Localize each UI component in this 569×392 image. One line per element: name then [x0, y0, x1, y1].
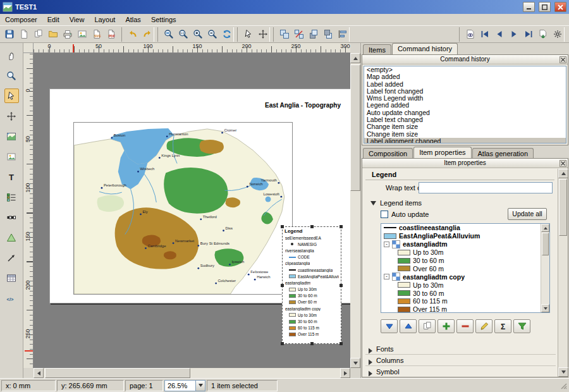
section-columns[interactable]: Columns	[365, 355, 556, 366]
add-shape-tool[interactable]	[4, 230, 19, 245]
print-button[interactable]	[60, 27, 75, 42]
selection-handle[interactable]	[310, 225, 314, 228]
legend-items-header[interactable]: Legend items	[370, 199, 422, 207]
legend-item-selected[interactable]: Legend seElementsseedEANAMESIGriverseast…	[282, 226, 341, 344]
edit-item-button[interactable]	[475, 319, 493, 333]
align-items-button[interactable]	[335, 27, 350, 42]
tab-composition[interactable]: Composition	[363, 148, 413, 158]
tree-scrollbar[interactable]	[541, 224, 549, 312]
tab-items[interactable]: Items	[363, 44, 391, 54]
minimize-button[interactable]	[523, 2, 535, 12]
selection-handle[interactable]	[281, 342, 284, 345]
ungroup-items-button[interactable]	[291, 27, 306, 42]
group-items-button[interactable]	[277, 27, 291, 42]
selection-handle[interactable]	[310, 342, 314, 345]
close-icon[interactable]	[560, 56, 566, 63]
scroll-down-button[interactable]	[350, 358, 360, 368]
scroll-down-button[interactable]	[541, 304, 549, 312]
move-item-content-button[interactable]	[255, 27, 270, 42]
menu-layout[interactable]: Layout	[89, 14, 120, 25]
composition-viewport[interactable]: East Anglia - Topography	[34, 53, 350, 368]
filter-legend-by-map-button[interactable]	[513, 319, 530, 333]
scroll-up-button[interactable]	[350, 53, 360, 63]
collapse-expander-icon[interactable]: -	[384, 242, 389, 247]
history-item[interactable]: Change item size	[364, 123, 566, 130]
zoom-in-button[interactable]	[190, 27, 205, 42]
selection-handle[interactable]	[340, 342, 343, 345]
atlas-first-feature-button[interactable]	[477, 27, 492, 42]
menu-composer[interactable]: Composer	[0, 14, 42, 25]
raise-items-button[interactable]	[306, 27, 321, 42]
scroll-thumb[interactable]	[350, 64, 360, 191]
scroll-up-button[interactable]	[558, 169, 568, 178]
legend-tree-item[interactable]: EastAngliaPeat&Alluvium	[381, 232, 549, 240]
canvas-horizontal-scrollbar[interactable]	[34, 368, 350, 378]
close-button[interactable]	[554, 2, 566, 12]
wrap-text-input[interactable]	[419, 182, 553, 193]
selection-handle[interactable]	[340, 284, 343, 287]
add-attribute-table-tool[interactable]	[4, 271, 19, 285]
map-item[interactable]: BostonHunstantonCromerKings LynnWisbechP…	[73, 122, 293, 295]
tab-item-properties[interactable]: Item properties	[413, 147, 471, 158]
legend-tree-item[interactable]: 60 to 115 m	[381, 297, 549, 305]
zoom-out-button[interactable]	[205, 27, 219, 42]
menu-settings[interactable]: Settings	[146, 14, 181, 25]
export-as-svg-button[interactable]: SVG	[89, 27, 104, 42]
redo-button[interactable]	[140, 27, 154, 42]
move-item-down-button[interactable]	[381, 319, 398, 333]
composition-manager-button[interactable]	[46, 27, 60, 42]
add-label-tool[interactable]: T	[4, 169, 19, 184]
chevron-down-icon[interactable]	[195, 381, 205, 391]
refresh-view-button[interactable]	[219, 27, 234, 42]
scroll-thumb[interactable]	[45, 368, 190, 378]
atlas-previous-feature-button[interactable]	[492, 27, 506, 42]
add-group-button[interactable]	[419, 319, 436, 333]
legend-tree-item[interactable]: -eastangliadtm copy	[381, 273, 549, 281]
auto-update-checkbox[interactable]	[381, 211, 388, 218]
add-image-tool[interactable]	[4, 149, 19, 164]
tab-command-history[interactable]: Command history	[392, 43, 458, 54]
close-icon[interactable]	[560, 160, 566, 167]
menu-view[interactable]: View	[64, 14, 90, 25]
legend-tree-item[interactable]: 30 to 60 m	[381, 257, 549, 265]
atlas-preview-button[interactable]	[463, 27, 477, 42]
tab-atlas-generation[interactable]: Atlas generation	[472, 148, 534, 158]
collapse-expander-icon[interactable]: -	[384, 274, 389, 279]
add-new-map-tool[interactable]	[4, 129, 19, 144]
resize-grip[interactable]	[560, 382, 567, 389]
zoom-tool[interactable]	[4, 68, 19, 83]
update-all-button[interactable]: Update all	[508, 208, 547, 220]
history-item[interactable]: Map added	[364, 73, 566, 80]
add-legend-tool[interactable]	[4, 190, 19, 204]
pan-tool[interactable]	[4, 48, 19, 63]
scroll-left-button[interactable]	[34, 368, 44, 378]
add-arrow-tool[interactable]	[4, 250, 19, 265]
legend-tree-item[interactable]: coastlineeastanglia	[381, 224, 549, 232]
select-move-item-tool[interactable]	[4, 89, 19, 103]
atlas-export-button[interactable]	[535, 27, 550, 42]
selection-handle[interactable]	[340, 225, 343, 228]
zoom-full-button[interactable]	[161, 27, 176, 42]
add-item-button[interactable]	[437, 319, 455, 333]
atlas-settings-button[interactable]	[550, 27, 565, 42]
selection-handle[interactable]	[281, 225, 284, 228]
lower-items-button[interactable]	[321, 27, 335, 42]
legend-tree-item[interactable]: Over 60 m	[381, 264, 549, 273]
export-as-pdf-button[interactable]: PDF	[104, 27, 118, 42]
zoom-combo[interactable]: 26.5%	[164, 380, 205, 391]
legend-tree-item[interactable]: -eastangliadtm	[381, 240, 549, 248]
add-html-frame-tool[interactable]: </>	[4, 291, 19, 305]
move-item-content-tool[interactable]	[4, 109, 19, 123]
scroll-right-button[interactable]	[340, 368, 350, 378]
save-project-button[interactable]	[2, 27, 16, 42]
section-fonts[interactable]: Fonts	[365, 343, 556, 355]
new-composition-button[interactable]	[16, 27, 31, 42]
menu-edit[interactable]: Edit	[42, 14, 64, 25]
scroll-thumb[interactable]	[542, 233, 549, 255]
legend-tree-item[interactable]: Over 115 m	[381, 305, 549, 313]
properties-scrollbar[interactable]	[558, 169, 568, 377]
atlas-last-feature-button[interactable]	[521, 27, 535, 42]
scroll-up-button[interactable]	[541, 224, 549, 232]
add-scalebar-tool[interactable]	[4, 210, 19, 224]
attribute-count-button[interactable]: Σ	[494, 319, 511, 333]
